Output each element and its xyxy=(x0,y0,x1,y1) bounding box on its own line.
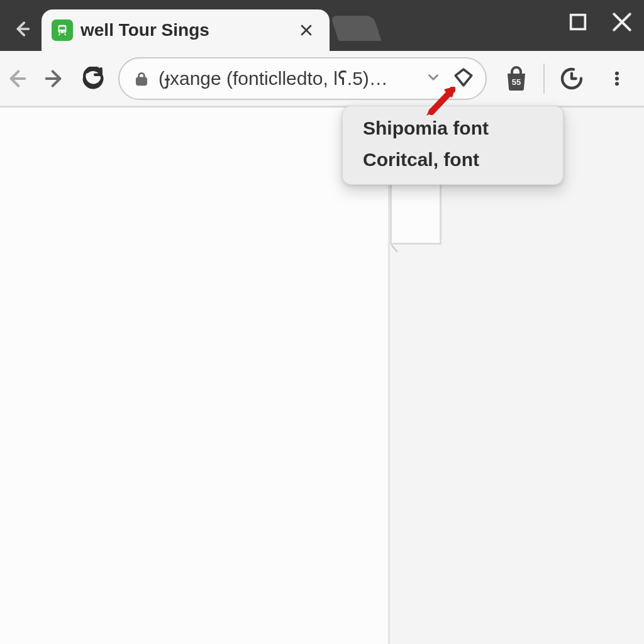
close-icon xyxy=(299,23,314,38)
inactive-tab[interactable] xyxy=(331,16,382,41)
nav-forward-button[interactable] xyxy=(38,60,70,97)
shopping-bag-icon: 55 xyxy=(503,66,530,91)
chevron-down-icon xyxy=(425,69,441,86)
extension-button[interactable]: 55 xyxy=(498,60,535,97)
maximize-button[interactable] xyxy=(556,0,600,44)
tab-close-button[interactable] xyxy=(296,19,317,41)
page-content xyxy=(0,108,644,644)
svg-point-17 xyxy=(615,71,619,75)
svg-point-19 xyxy=(615,82,619,86)
dropdown-item-0[interactable]: Shipomia font xyxy=(343,113,563,144)
speech-bubble-tail xyxy=(391,245,404,257)
menu-button[interactable] xyxy=(599,60,635,97)
tab-title: well Tour Sings xyxy=(80,20,209,40)
window-close-button[interactable] xyxy=(600,0,644,44)
bookmark-diamond-icon xyxy=(453,67,474,88)
address-bar[interactable]: (ɟxange (fonticlledto, lʕ.5)… xyxy=(118,57,487,100)
train-icon xyxy=(55,23,69,37)
lock-icon xyxy=(133,69,150,88)
reload-button[interactable] xyxy=(77,60,109,97)
svg-point-18 xyxy=(615,76,619,80)
content-left-pane xyxy=(0,108,390,644)
toolbar-right: 55 xyxy=(498,60,635,97)
titlebar: well Tour Sings xyxy=(0,0,644,51)
arrow-left-icon xyxy=(4,66,29,91)
arrow-left-icon xyxy=(11,18,32,40)
omnibox-actions xyxy=(425,67,474,91)
kebab-menu-icon xyxy=(608,66,626,91)
svg-rect-14 xyxy=(136,77,146,84)
dropdown-item-1[interactable]: Coritcal, font xyxy=(343,144,563,175)
nav-back-button[interactable] xyxy=(0,60,32,97)
svg-rect-8 xyxy=(571,15,586,30)
maximize-icon xyxy=(567,11,589,33)
window-controls xyxy=(556,0,644,44)
url-text: (ɟxange (fonticlledto, lʕ.5)… xyxy=(158,67,416,89)
active-tab[interactable]: well Tour Sings xyxy=(42,9,330,51)
dropdown-chevron[interactable] xyxy=(425,69,441,88)
toolbar: (ɟxange (fonticlledto, lʕ.5)… 55 xyxy=(0,51,644,108)
toolbar-divider xyxy=(543,64,545,94)
svg-rect-3 xyxy=(59,27,65,30)
clock-icon xyxy=(559,66,584,91)
arrow-right-icon xyxy=(42,66,67,91)
extension-badge-text: 55 xyxy=(512,77,521,87)
timer-button[interactable] xyxy=(553,60,590,97)
suggestions-dropdown: Shipomia font Coritcal, font xyxy=(342,106,564,185)
reload-icon xyxy=(81,67,105,91)
svg-marker-15 xyxy=(455,69,472,86)
window-back-button[interactable] xyxy=(8,15,35,43)
svg-point-5 xyxy=(64,31,65,33)
bookmark-button[interactable] xyxy=(453,67,474,91)
tab-favicon xyxy=(52,19,73,41)
close-icon xyxy=(610,10,634,34)
svg-point-4 xyxy=(60,31,61,33)
